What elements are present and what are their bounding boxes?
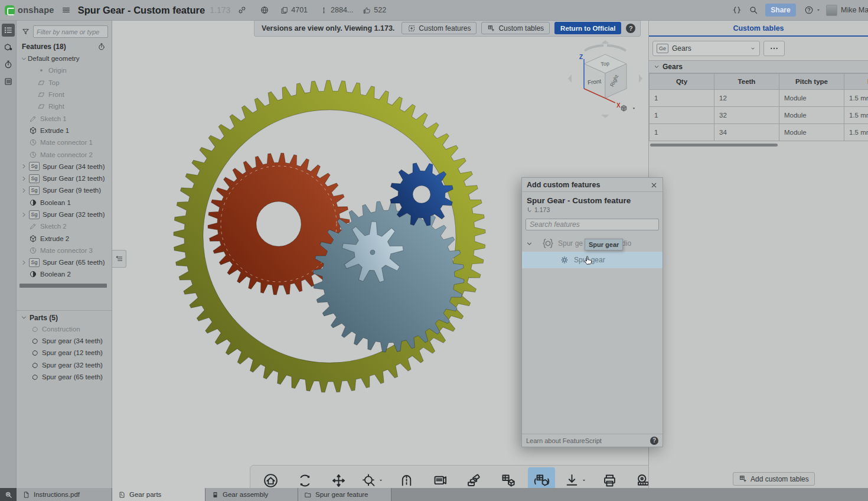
feature-item[interactable]: Front	[17, 89, 112, 100]
add-custom-features-dialog: Add custom features Spur Gear - Custom f…	[521, 177, 663, 447]
part-item[interactable]: Spur gear (34 teeth)	[17, 335, 112, 347]
column-header[interactable]: Teeth	[714, 74, 779, 90]
close-icon[interactable]	[650, 181, 658, 189]
table-cell[interactable]: 1	[650, 90, 714, 107]
link-icon[interactable]	[237, 5, 247, 15]
view-options-caret-icon[interactable]	[631, 106, 637, 111]
tab-spur-gear-feature[interactable]: Spur gear feature	[298, 488, 391, 501]
feature-item[interactable]: Extrude 2	[17, 232, 112, 244]
feature-item[interactable]: SgSpur Gear (34 teeth)	[17, 161, 112, 173]
part-item[interactable]: Spur gear (65 teeth)	[17, 371, 112, 383]
view-options-cube-icon[interactable]	[619, 103, 629, 113]
column-header[interactable]: Pi	[844, 74, 868, 90]
feature-item[interactable]: Default geometry	[17, 53, 112, 64]
feature-item[interactable]: SgSpur Gear (9 teeth)	[17, 184, 112, 196]
left-strip-feature-list[interactable]	[2, 24, 15, 37]
banner-help-icon[interactable]: ?	[626, 24, 635, 33]
main-menu-icon[interactable]	[61, 5, 71, 15]
feature-item[interactable]: Right	[17, 100, 112, 112]
table-row[interactable]: 112Module1.5 mm	[650, 90, 868, 107]
user-avatar[interactable]	[826, 5, 837, 16]
chevron-down-icon[interactable]	[20, 314, 28, 321]
feature-item[interactable]: Boolean 2	[17, 268, 112, 280]
table-cell[interactable]: Module	[779, 90, 844, 107]
feature-item[interactable]: Mate connector 3	[17, 245, 112, 256]
tab-label: Spur gear feature	[315, 491, 368, 498]
chevron-down-icon[interactable]	[526, 240, 533, 248]
table-cell[interactable]: 1	[650, 124, 714, 141]
table-cell[interactable]: 12	[714, 90, 779, 107]
left-strip-history[interactable]	[2, 58, 15, 71]
table-row[interactable]: 132Module1.5 mm	[650, 107, 868, 124]
part-item[interactable]: Construction	[17, 323, 112, 335]
feature-item[interactable]: Sketch 1	[17, 112, 112, 124]
spur-gear-feature-icon: Sg	[29, 174, 40, 183]
feature-search-input[interactable]	[526, 219, 659, 230]
share-button[interactable]: Share	[765, 4, 796, 17]
return-to-official-button[interactable]: Return to Official	[554, 22, 621, 34]
custom-features-banner-button[interactable]: Custom features	[402, 22, 477, 34]
feature-item[interactable]: Mate connector 1	[17, 136, 112, 148]
filter-funnel-icon[interactable]	[21, 27, 30, 36]
tab-gear-parts[interactable]: Gear parts	[112, 488, 205, 501]
table-options-button[interactable]	[763, 41, 785, 56]
table-cell[interactable]: Module	[779, 107, 844, 124]
feature-item[interactable]: SgSpur Gear (12 teeth)	[17, 173, 112, 184]
feature-item[interactable]: SgSpur Gear (32 teeth)	[17, 209, 112, 220]
column-header[interactable]: Qty	[650, 74, 714, 90]
copies-stat[interactable]: 4701	[280, 6, 308, 15]
mate-icon	[29, 246, 37, 255]
table-cell[interactable]: 1	[650, 107, 714, 124]
table-cell[interactable]: 34	[714, 124, 779, 141]
spur-gear-feature-icon: Sg	[29, 162, 40, 171]
versions-stat[interactable]: 2884...	[319, 6, 353, 15]
feature-item[interactable]: Top	[17, 77, 112, 89]
feature-item[interactable]: Origin	[17, 64, 112, 76]
caret-down-icon	[581, 477, 587, 483]
feature-item[interactable]: SgSpur Gear (65 teeth)	[17, 256, 112, 268]
user-name[interactable]: Mike Mana	[841, 6, 868, 14]
table-row[interactable]: 134Module1.5 mm	[650, 124, 868, 141]
chevron-spacer	[28, 91, 36, 99]
rollback-bar[interactable]	[19, 284, 107, 288]
public-globe-icon[interactable]	[260, 5, 269, 15]
left-strip-custom-tables[interactable]	[2, 75, 15, 88]
help-icon[interactable]	[804, 5, 814, 15]
part-item[interactable]: Spur gear (32 teeth)	[17, 359, 112, 371]
featurescript-icon[interactable]	[732, 5, 742, 15]
tab-instructions-pdf[interactable]: Instructions.pdf	[17, 488, 112, 501]
feature-item[interactable]: Boolean 1	[17, 197, 112, 209]
table-selector-dropdown[interactable]: Ge Gears	[652, 41, 760, 56]
feature-studio-row[interactable]: Spur ge Studio Spur gear	[522, 235, 663, 252]
help-caret-icon[interactable]	[815, 7, 821, 13]
copies-count: 4701	[291, 6, 308, 14]
feature-item[interactable]: Extrude 1	[17, 125, 112, 136]
table-cell[interactable]: 1.5 mm	[844, 90, 868, 107]
gears-section-header[interactable]: Gears	[649, 60, 868, 73]
left-strip-configurations[interactable]	[2, 41, 15, 54]
table-cell[interactable]: 1.5 mm	[844, 124, 868, 141]
learn-featurescript-link[interactable]: Learn about FeatureScript	[526, 437, 602, 444]
feature-history-icon[interactable]	[97, 43, 106, 51]
dialog-help-icon[interactable]: ?	[650, 437, 658, 445]
view-cube-top-label[interactable]: Top	[601, 60, 610, 67]
search-icon[interactable]	[749, 5, 758, 15]
table-cell[interactable]: 32	[714, 107, 779, 124]
feature-filter-input[interactable]	[33, 25, 108, 38]
feature-panel-toggle-button[interactable]	[112, 250, 126, 268]
tab-gear-assembly[interactable]: Gear assembly	[205, 488, 298, 501]
custom-tables-banner-button[interactable]: Custom tables	[481, 22, 550, 34]
feature-item[interactable]: Sketch 2	[17, 220, 112, 232]
onshape-logo-icon[interactable]	[5, 5, 15, 15]
likes-stat[interactable]: 522	[363, 6, 386, 15]
column-header[interactable]: Pitch type	[779, 74, 844, 90]
table-horizontal-scrollbar[interactable]	[650, 144, 778, 147]
version-branch-icon	[527, 207, 533, 213]
feature-item[interactable]: Mate connector 2	[17, 148, 112, 160]
table-cell[interactable]: 1.5 mm	[844, 107, 868, 124]
add-custom-tables-button[interactable]: Add custom tables	[733, 472, 815, 486]
tab-manager-icon[interactable]	[0, 488, 17, 501]
part-item[interactable]: Spur gear (12 teeth)	[17, 347, 112, 359]
gears-table[interactable]: QtyTeethPitch typePi112Module1.5 mm132Mo…	[649, 73, 868, 141]
table-cell[interactable]: Module	[779, 124, 844, 141]
